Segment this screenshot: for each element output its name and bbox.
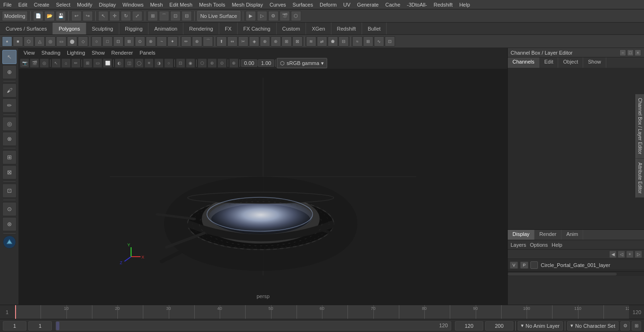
new-file-icon[interactable]: 📄 (33, 11, 43, 21)
cb-tab-show[interactable]: Show (583, 57, 606, 68)
curve-pen-icon[interactable]: ✏ (181, 36, 191, 47)
tab-redshift[interactable]: Redshift (331, 23, 362, 34)
logo-btn[interactable] (3, 235, 16, 249)
render-icon[interactable]: ▶ (246, 11, 256, 21)
snap-surface-icon[interactable]: ⊟ (182, 11, 192, 21)
menu-create[interactable]: Create (31, 1, 53, 8)
ls-menu-help[interactable]: Help (552, 242, 562, 248)
cb-edge-tab[interactable]: Channel Box / Layer Editor (636, 94, 644, 159)
paint2-tool-btn[interactable]: ✏ (2, 98, 17, 113)
menu-edit[interactable]: Edit (15, 1, 31, 8)
poly-pipe-icon[interactable]: ⊗ (146, 36, 156, 47)
save-file-icon[interactable]: 💾 (56, 11, 66, 21)
harden-edge-icon[interactable]: ⊞ (363, 36, 373, 47)
extrude-icon[interactable]: ⬆ (216, 36, 227, 47)
menu-modify[interactable]: Modify (74, 1, 95, 8)
snap-grid-icon[interactable]: ⊞ (148, 11, 158, 21)
menu-display[interactable]: Display (96, 1, 119, 8)
colorspace-dropdown[interactable]: ⬡ sRGB gamma ▾ (277, 58, 327, 68)
layer-visibility-btn[interactable]: V (510, 261, 518, 269)
vp-menu-renderer[interactable]: Renderer (108, 49, 136, 56)
ls-next-btn[interactable]: ▷ (635, 251, 642, 258)
menu-windows[interactable]: Windows (119, 1, 147, 8)
ls-prev-btn[interactable]: ◀ (609, 251, 617, 258)
paint-tool-btn[interactable]: 🖌 (2, 83, 17, 97)
poly-gear-icon[interactable]: ✦ (167, 36, 178, 47)
vp-light-icon[interactable]: ☀ (144, 58, 154, 68)
ls-tab-display[interactable]: Display (508, 230, 535, 240)
menu-select[interactable]: Select (53, 1, 74, 8)
menu-help[interactable]: Help (456, 1, 473, 8)
redo-icon[interactable]: ↪ (83, 11, 93, 21)
live-surface-btn[interactable]: No Live Surface (197, 11, 240, 21)
cone-icon[interactable]: △ (34, 36, 45, 47)
select-tool-icon[interactable]: ↖ (98, 11, 108, 21)
vp-wireframe-icon[interactable]: ◫ (124, 58, 134, 68)
status-settings-btn[interactable]: ⚙ (620, 321, 630, 331)
tab-rendering[interactable]: Rendering (183, 23, 219, 34)
poly-sphere-icon[interactable]: ○ (91, 36, 102, 47)
menu-file[interactable]: File (0, 1, 15, 8)
merge-icon[interactable]: ⊕ (260, 36, 270, 47)
tab-custom[interactable]: Custom (277, 23, 306, 34)
workspace-dropdown[interactable]: Modeling (2, 11, 28, 21)
snap-point-icon[interactable]: ⊡ (170, 11, 181, 21)
separate-icon[interactable]: ⊠ (292, 36, 303, 47)
cb-tab-channels[interactable]: Channels (508, 57, 539, 68)
tab-rigging[interactable]: Rigging (119, 23, 149, 34)
ls-menu-options[interactable]: Options (530, 242, 548, 248)
poly-cyl-icon[interactable]: ⊡ (113, 36, 124, 47)
tab-bullet[interactable]: Bullet (362, 23, 387, 34)
frame-slider[interactable]: 120 (56, 321, 451, 331)
select-tool-btn[interactable]: ↖ (2, 50, 17, 64)
range-end-field[interactable]: 120 (455, 321, 483, 331)
menu-3dtoall[interactable]: -3DtoAll- (404, 1, 430, 8)
ls-tab-render[interactable]: Render (535, 230, 561, 240)
render-settings-icon[interactable]: ⚙ (268, 11, 279, 21)
fill-hole-icon[interactable]: ⬟ (328, 36, 338, 47)
annotation-btn[interactable]: ⊡ (2, 184, 17, 198)
snap-together-btn[interactable]: ⊞ (2, 150, 17, 164)
vp-xray-icon[interactable]: ⊡ (176, 58, 185, 68)
torus-icon[interactable]: ◎ (45, 36, 56, 47)
anim-layer-dropdown[interactable]: ▾ No Anim Layer (518, 321, 563, 331)
menu-uv[interactable]: UV (340, 1, 354, 8)
vp-camera-icon[interactable]: 📷 (20, 58, 29, 68)
show-manipulator-btn[interactable]: ⊙ (2, 202, 17, 216)
vp-isolate-icon[interactable]: ◉ (186, 58, 195, 68)
target-weld-icon[interactable]: ⊛ (271, 36, 281, 47)
menu-generate[interactable]: Generate (354, 1, 382, 8)
poly-helix-icon[interactable]: ~ (157, 36, 167, 47)
tab-curves-surfaces[interactable]: Curves / Surfaces (0, 23, 53, 34)
bevel-icon[interactable]: ◈ (249, 36, 259, 47)
vp-resolution-icon[interactable]: ⬡ (198, 58, 207, 68)
multi-cut-icon[interactable]: ✂ (238, 36, 248, 47)
rotate-tool-icon[interactable]: ↻ (121, 11, 131, 21)
menu-edit-mesh[interactable]: Edit Mesh (166, 1, 196, 8)
unfold-icon[interactable]: ⊡ (385, 36, 395, 47)
vp-dof-icon[interactable]: ⊙ (217, 58, 227, 68)
vp-menu-lighting[interactable]: Lighting (64, 49, 88, 56)
vp-film2-icon[interactable]: ▭ (93, 58, 102, 68)
right-panel-close-btn[interactable]: × (635, 49, 641, 56)
menu-deform[interactable]: Deform (316, 1, 340, 8)
custom-tool-btn[interactable]: ⊛ (2, 217, 17, 231)
tab-sculpting[interactable]: Sculpting (86, 23, 119, 34)
ls-tab-anim[interactable]: Anim (561, 230, 583, 240)
viewport[interactable]: View Shading Lighting Show Renderer Pane… (19, 48, 507, 305)
attr-edge-tab[interactable]: Attribute Editor (636, 159, 644, 198)
vp-shadow-icon[interactable]: ◑ (154, 58, 164, 68)
vp-menu-view[interactable]: View (21, 49, 38, 56)
menu-curves[interactable]: Curves (266, 1, 289, 8)
menu-mesh[interactable]: Mesh (147, 1, 166, 8)
combine-icon[interactable]: ⊞ (281, 36, 292, 47)
vp-menu-panels[interactable]: Panels (137, 49, 158, 56)
soft-select-btn[interactable]: ◎ (2, 117, 17, 131)
vp-grid-icon[interactable]: ⊞ (83, 58, 92, 68)
frame-start-field[interactable]: 1 (3, 321, 26, 331)
poly-grid-icon[interactable]: ⊞ (124, 36, 134, 47)
bridge-icon[interactable]: ⇔ (227, 36, 238, 47)
vp-menu-show[interactable]: Show (89, 49, 108, 56)
vp-gain-value[interactable]: 1.00 (258, 59, 274, 67)
vp-paint-icon[interactable]: ✏ (71, 58, 81, 68)
